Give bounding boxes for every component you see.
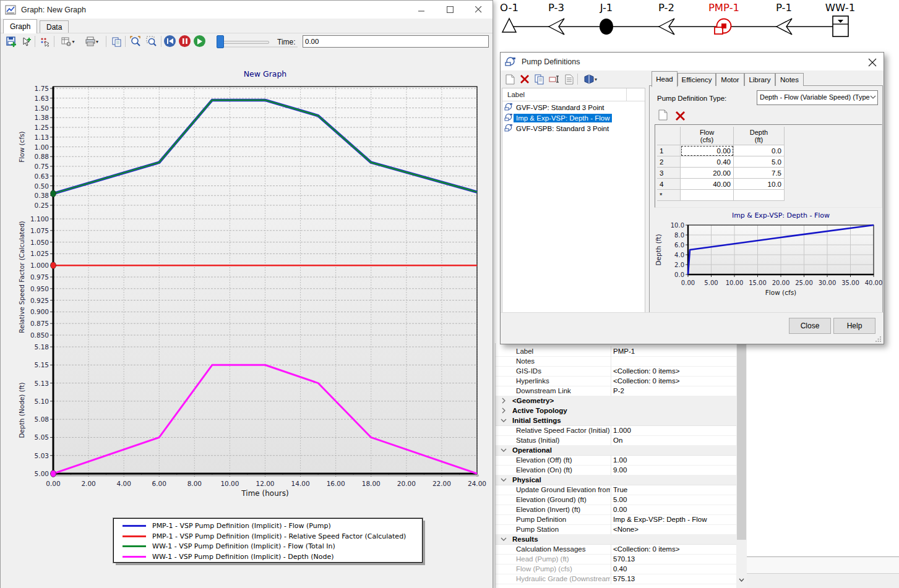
property-category-row[interactable]: <Geometry> (496, 396, 737, 406)
tab-motor[interactable]: Motor (716, 73, 744, 86)
chevron-right-icon[interactable] (501, 407, 508, 414)
table-cell[interactable]: 20.00 (681, 168, 734, 179)
tab-library[interactable]: Library (744, 73, 775, 86)
dialog-close-icon[interactable] (867, 58, 877, 67)
close-button[interactable] (464, 1, 493, 19)
time-slider[interactable] (218, 41, 269, 44)
property-row[interactable]: Notes (496, 356, 737, 367)
property-category-row[interactable]: Initial Settings (496, 415, 737, 426)
network-node-ww-1[interactable]: WW-1 (825, 2, 855, 36)
chart-options-icon[interactable]: ▾ (58, 35, 79, 48)
chevron-down-icon[interactable] (501, 476, 508, 484)
property-value[interactable]: 5.00 (613, 496, 736, 503)
table-cell[interactable] (734, 190, 785, 201)
property-value[interactable]: On (613, 437, 736, 444)
chevron-down-icon[interactable] (501, 446, 508, 454)
property-row[interactable]: Calculation Messages<Collection: 0 items… (496, 544, 737, 555)
property-row[interactable]: Flow (Pump) (cfs)0.40 (496, 564, 737, 574)
graph-window-titlebar[interactable]: Graph: New Graph (1, 1, 493, 19)
property-row[interactable]: Head (Pump) (ft)570.13 (496, 554, 737, 565)
table-cell[interactable]: 0.00 (681, 145, 734, 156)
table-cell[interactable] (681, 190, 734, 201)
chevron-right-icon[interactable] (501, 397, 508, 404)
row-header[interactable]: 3 (657, 168, 681, 179)
network-node-j-1[interactable]: J-1 (600, 2, 613, 35)
tab-head[interactable]: Head (652, 71, 677, 87)
row-header[interactable]: 2 (657, 156, 681, 168)
maximize-button[interactable] (436, 1, 464, 19)
property-value[interactable]: 9.00 (613, 466, 736, 474)
pump-dialog-titlebar[interactable]: Pump Definitions (501, 53, 884, 70)
copy-icon[interactable] (110, 35, 123, 48)
duplicate-icon[interactable] (533, 72, 546, 86)
new-icon[interactable] (503, 72, 517, 86)
property-value[interactable]: <None> (613, 526, 736, 533)
property-row[interactable]: Relative Speed Factor (Initial)1.000 (496, 425, 737, 436)
property-grid-scrollbar[interactable] (736, 343, 747, 588)
property-value[interactable]: P-2 (613, 387, 736, 394)
pump-definition-item[interactable]: Imp & Exp-VSP: Depth - Flow (502, 113, 645, 123)
delete-row-icon[interactable] (673, 109, 687, 122)
row-header[interactable]: 1 (657, 145, 681, 156)
table-cell[interactable]: 10.0 (734, 179, 785, 190)
property-value[interactable]: <Collection: 0 items> (613, 367, 736, 375)
column-header-flow[interactable]: Flow(cfs) (681, 127, 734, 145)
tab-notes[interactable]: Notes (775, 73, 804, 86)
property-row[interactable]: Update Ground Elevation from TeTrue (496, 485, 737, 495)
pump-definition-type-combo[interactable]: Depth - Flow (Variable Speed) (Type (757, 90, 878, 105)
table-cell[interactable]: 0.0 (734, 145, 785, 156)
pump-definition-label[interactable]: GVF-VSP: Standard 3 Point (514, 103, 607, 112)
network-node-p-2[interactable]: P-2 (658, 2, 674, 35)
property-row[interactable]: LabelPMP-1 (496, 346, 737, 357)
observed-data-icon[interactable] (38, 35, 51, 48)
property-category-row[interactable]: Results (496, 534, 737, 545)
report-icon[interactable] (562, 72, 576, 86)
skip-start-button[interactable] (164, 35, 176, 47)
new-row-icon[interactable] (656, 108, 669, 122)
library-icon[interactable]: ▾ (580, 72, 600, 86)
pump-definition-label[interactable]: GVF-VSPB: Standard 3 Point (514, 124, 611, 133)
rename-icon[interactable] (548, 72, 561, 86)
table-cell[interactable]: 0.40 (681, 156, 734, 168)
property-row[interactable]: Pump Station<None> (496, 524, 737, 535)
property-value[interactable]: 1.00 (613, 456, 736, 464)
property-value[interactable]: PMP-1 (613, 347, 736, 355)
property-value[interactable]: 570.13 (613, 555, 736, 563)
chevron-down-icon[interactable] (501, 535, 508, 543)
property-category-row[interactable]: Active Topology (496, 406, 737, 416)
time-input[interactable] (303, 35, 489, 48)
property-row[interactable]: Elevation (Off) (ft)1.00 (496, 455, 737, 466)
help-button[interactable]: Help (833, 318, 875, 334)
delete-icon[interactable] (518, 72, 531, 86)
property-row[interactable]: Hydraulic Grade (Downstream) (f575.13 (496, 574, 737, 584)
property-value[interactable]: Imp & Exp-VSP: Depth - Flow (613, 516, 736, 523)
property-category-row[interactable]: Operational (496, 445, 737, 456)
zoom-window-icon[interactable] (145, 35, 158, 48)
property-value[interactable]: 0.00 (613, 506, 736, 513)
table-cell[interactable]: 7.5 (734, 168, 785, 179)
close-button[interactable]: Close (789, 318, 831, 334)
property-row[interactable]: Pump DefinitionImp & Exp-VSP: Depth - Fl… (496, 514, 737, 525)
chevron-down-icon[interactable] (501, 417, 508, 424)
save-icon[interactable] (4, 35, 18, 48)
network-node-o-1[interactable]: O-1 (500, 2, 518, 32)
pause-button[interactable] (179, 35, 191, 47)
column-header-depth[interactable]: Depth(ft) (734, 127, 785, 145)
property-row[interactable]: GIS-IDs<Collection: 0 items> (496, 366, 737, 377)
property-row[interactable]: Hyperlinks<Collection: 0 items> (496, 376, 737, 386)
property-value[interactable]: <Collection: 0 items> (613, 377, 736, 385)
property-row[interactable]: Downstream LinkP-2 (496, 386, 737, 396)
property-row[interactable]: Elevation (On) (ft)9.00 (496, 465, 737, 475)
table-cell[interactable]: 40.00 (681, 179, 734, 190)
property-row[interactable]: Elevation (Invert) (ft)0.00 (496, 505, 737, 515)
add-series-icon[interactable] (19, 35, 33, 48)
property-value[interactable]: <Collection: 0 items> (613, 545, 736, 553)
print-icon[interactable]: ▾ (81, 35, 102, 48)
zoom-extents-icon[interactable] (129, 35, 142, 48)
row-header[interactable]: 4 (657, 179, 681, 190)
resize-grip[interactable] (875, 336, 882, 342)
property-row[interactable]: Status (Initial)On (496, 435, 737, 446)
scrollbar-down-button[interactable] (736, 574, 747, 586)
table-cell[interactable]: 5.0 (734, 156, 785, 168)
property-value[interactable]: 1.000 (613, 427, 736, 434)
